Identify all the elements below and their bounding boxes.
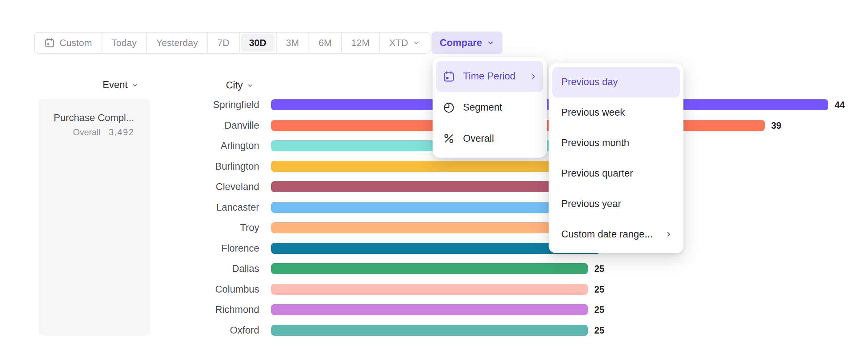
category-label: Danville — [145, 120, 259, 131]
category-label: Burlington — [145, 161, 259, 172]
range-button-yesterday[interactable]: Yesterday — [147, 33, 208, 53]
value-label: 25 — [594, 263, 604, 274]
range-button-label: 6M — [319, 37, 332, 49]
range-button-label: Custom — [59, 37, 92, 49]
menu-item-label: Time Period — [463, 71, 516, 82]
bar-oxford[interactable] — [271, 325, 588, 336]
category-label: Columbus — [145, 284, 259, 295]
value-label: 25 — [594, 325, 604, 336]
menu-item-label: Previous month — [561, 137, 629, 149]
insights-report: CustomTodayYesterday7D30D3M6M12MXTD Comp… — [0, 0, 868, 364]
range-button-label: 7D — [218, 37, 230, 49]
category-label: Troy — [145, 222, 259, 233]
value-label: 39 — [771, 120, 781, 131]
chart-row: Florence — [0, 243, 868, 254]
bar-columbus[interactable] — [271, 284, 588, 295]
range-button-label: 3M — [286, 37, 299, 49]
chevron-down-icon — [247, 82, 254, 89]
range-button-today[interactable]: Today — [102, 33, 147, 53]
chart-row: Richmond25 — [0, 304, 868, 315]
value-label: 44 — [835, 99, 845, 111]
city-header-label: City — [226, 80, 243, 91]
event-header-label: Event — [103, 79, 128, 91]
menu-item-label: Previous day — [561, 76, 618, 88]
city-column-header[interactable]: City — [226, 80, 254, 91]
range-button-7d[interactable]: 7D — [208, 33, 240, 53]
category-label: Florence — [145, 243, 259, 254]
menu-item-previous-quarter[interactable]: Previous quarter — [552, 158, 680, 189]
bar-dallas[interactable] — [271, 263, 588, 274]
category-label: Oxford — [145, 325, 259, 336]
chevron-down-icon — [412, 39, 420, 47]
event-column-header[interactable]: Event — [103, 79, 139, 91]
menu-item-segment[interactable]: Segment — [436, 92, 543, 123]
menu-item-label: Previous quarter — [561, 168, 633, 179]
bar-richmond[interactable] — [271, 304, 588, 315]
menu-item-label: Previous year — [561, 198, 621, 210]
segment-icon — [443, 102, 455, 114]
category-label: Richmond — [145, 304, 259, 315]
range-button-12m[interactable]: 12M — [342, 33, 380, 53]
value-label: 25 — [594, 284, 604, 295]
compare-button-label: Compare — [439, 37, 482, 49]
menu-item-label: Segment — [463, 102, 502, 113]
range-button-label: Today — [112, 37, 137, 49]
chart-row: Oxford25 — [0, 325, 868, 336]
menu-item-overall[interactable]: Overall — [436, 123, 543, 154]
chevron-down-icon — [131, 82, 139, 89]
chevron-right-icon — [665, 230, 673, 238]
percent-icon — [443, 132, 455, 145]
date-range-toolbar: CustomTodayYesterday7D30D3M6M12MXTD — [34, 32, 430, 54]
compare-button[interactable]: Compare — [431, 32, 503, 54]
menu-item-previous-month[interactable]: Previous month — [552, 128, 680, 158]
menu-item-label: Overall — [463, 133, 494, 144]
menu-item-custom-date-range[interactable]: Custom date range... — [552, 219, 680, 249]
range-button-label: 30D — [249, 37, 266, 49]
menu-item-label: Previous week — [561, 107, 625, 118]
range-button-custom[interactable]: Custom — [35, 33, 102, 53]
chart-row: Burlington — [0, 161, 868, 172]
chevron-down-icon — [487, 39, 495, 47]
chart-row: Cleveland — [0, 181, 868, 192]
range-button-xtd[interactable]: XTD — [380, 33, 430, 53]
chart-row: Lancaster — [0, 202, 868, 213]
chart-row: Dallas25 — [0, 263, 868, 274]
category-label: Lancaster — [145, 202, 259, 213]
menu-item-previous-day[interactable]: Previous day — [552, 67, 680, 98]
range-button-label: XTD — [389, 37, 408, 49]
chevron-right-icon — [529, 73, 537, 80]
menu-item-previous-week[interactable]: Previous week — [552, 98, 680, 128]
range-button-3m[interactable]: 3M — [277, 33, 309, 53]
calendar-icon — [443, 70, 455, 83]
value-label: 25 — [594, 304, 604, 315]
category-label: Arlington — [145, 140, 259, 151]
time-period-submenu: Previous dayPrevious weekPrevious monthP… — [549, 63, 683, 253]
compare-dropdown-menu: Time PeriodSegmentOverall — [433, 57, 547, 158]
category-label: Springfield — [145, 99, 259, 110]
range-button-label: 12M — [351, 37, 370, 49]
menu-item-label: Custom date range... — [561, 229, 653, 240]
category-label: Cleveland — [145, 181, 259, 192]
category-label: Dallas — [145, 263, 259, 274]
chart-row: Troy — [0, 222, 868, 233]
chart-row: Columbus25 — [0, 284, 868, 295]
event-legend-card[interactable]: Purchase Compl... Overall 3,492 — [39, 99, 150, 336]
range-button-30d[interactable]: 30D — [240, 33, 277, 53]
calendar-icon — [44, 37, 55, 48]
range-button-label: Yesterday — [156, 37, 198, 49]
menu-item-previous-year[interactable]: Previous year — [552, 189, 680, 219]
menu-item-time-period[interactable]: Time Period — [436, 61, 543, 92]
range-button-6m[interactable]: 6M — [309, 33, 342, 53]
